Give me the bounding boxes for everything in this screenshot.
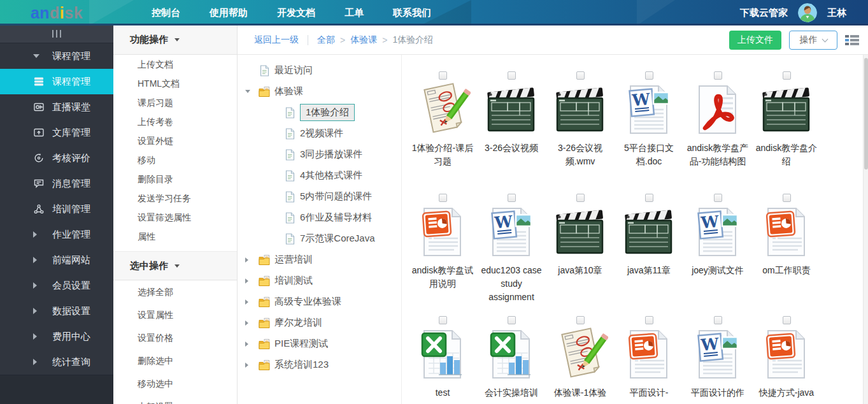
file-item[interactable]: andisk教学盘产品-功能结构图 [683, 71, 752, 194]
file-item[interactable]: java第11章 [615, 194, 683, 316]
sidebar-item-8[interactable]: 前端网站 [0, 247, 113, 273]
file-item[interactable]: W平面设计的作 [683, 316, 752, 404]
file-checkbox[interactable] [783, 316, 791, 324]
tree-node[interactable]: 高级专业体验课 [238, 291, 401, 312]
file-item[interactable]: W5平台接口文档.doc [615, 71, 683, 194]
tree-node[interactable]: 6作业及辅导材料 [238, 207, 401, 228]
sidebar-collapse-button[interactable] [0, 25, 113, 43]
tree-node[interactable]: 5内带问题的课件 [238, 186, 401, 207]
file-item[interactable]: andisk教学盘介绍 [752, 71, 821, 194]
upload-file-button[interactable]: 上传文件 [729, 31, 781, 50]
file-item[interactable]: om工作职责 [752, 194, 821, 316]
ops-item[interactable]: 删除目录 [113, 170, 237, 189]
file-checkbox[interactable] [645, 71, 653, 80]
user-avatar-icon[interactable] [798, 3, 817, 22]
tree-node[interactable]: 2视频课件 [238, 123, 401, 144]
file-checkbox[interactable] [645, 316, 653, 324]
download-cloud-manager-link[interactable]: 下载云管家 [740, 7, 788, 19]
app-logo[interactable]: andisk [0, 1, 113, 25]
ops-item[interactable]: 设置属性 [113, 303, 237, 326]
file-item[interactable]: 会计实操培训 [477, 316, 546, 404]
file-item[interactable]: 1体验介绍-课后习题 [408, 71, 477, 194]
file-checkbox[interactable] [714, 194, 722, 202]
file-checkbox[interactable] [783, 194, 791, 202]
file-checkbox[interactable] [508, 71, 516, 80]
file-checkbox[interactable] [645, 194, 653, 202]
sidebar-item-7[interactable]: 作业管理 [0, 222, 113, 247]
caret-right-icon[interactable] [245, 299, 258, 305]
scrollbar-thumb[interactable] [864, 58, 868, 170]
ops-item[interactable]: 设置外链 [113, 131, 237, 150]
file-item[interactable]: java第10章 [546, 194, 615, 316]
caret-right-icon[interactable] [245, 363, 258, 368]
sidebar-item-1[interactable]: 课程管理 [0, 69, 113, 94]
sidebar-item-9[interactable]: 会员设置 [0, 273, 113, 298]
file-item[interactable]: 3-26会议视频 [477, 71, 546, 194]
ops-item[interactable]: 设置筛选属性 [113, 208, 237, 227]
list-view-icon[interactable] [845, 34, 859, 46]
file-checkbox[interactable] [439, 71, 447, 80]
tree-node[interactable]: 运营培训 [238, 249, 401, 270]
file-checkbox[interactable] [576, 194, 585, 202]
ops-item[interactable]: 发送学习任务 [113, 189, 237, 208]
file-item[interactable]: Wjoey测试文件 [683, 194, 752, 316]
ops-item[interactable]: 上架设置 [113, 395, 237, 404]
topbar-nav-item-1[interactable]: 使用帮助 [199, 0, 258, 25]
file-item[interactable]: 3-26会议视频.wmv [546, 71, 615, 194]
tree-node[interactable]: 系统培训123 [238, 354, 401, 375]
tree-node[interactable]: 培训测试 [238, 270, 401, 291]
caret-right-icon[interactable] [245, 342, 258, 347]
ops-section-header-1[interactable]: 选中操作 [113, 251, 237, 280]
sidebar-item-2[interactable]: 直播课堂 [0, 94, 113, 120]
sidebar-item-6[interactable]: 培训管理 [0, 196, 113, 222]
ops-item[interactable]: 课后习题 [113, 93, 237, 112]
sidebar-item-10[interactable]: 数据设置 [0, 298, 113, 324]
ops-item[interactable]: 删除选中 [113, 349, 237, 372]
sidebar-item-12[interactable]: 统计查询 [0, 349, 113, 375]
file-item[interactable]: 平面设计- [615, 316, 683, 404]
ops-item[interactable]: 上传考卷 [113, 112, 237, 131]
file-item[interactable]: 体验课-1体验 [546, 316, 615, 404]
tree-node[interactable]: PIE课程测试 [238, 333, 401, 354]
file-item[interactable]: Weduc1203 case study assignment [477, 194, 546, 316]
tree-node[interactable]: 摩尔龙培训 [238, 312, 401, 333]
file-checkbox[interactable] [714, 316, 722, 324]
file-checkbox[interactable] [576, 316, 585, 324]
ops-item[interactable]: 上传文档 [113, 55, 237, 74]
file-checkbox[interactable] [439, 194, 447, 202]
caret-right-icon[interactable] [245, 321, 258, 326]
ops-section-header-0[interactable]: 功能操作 [113, 25, 237, 55]
file-checkbox[interactable] [783, 71, 791, 80]
topbar-nav-item-3[interactable]: 工单 [334, 0, 374, 25]
topbar-nav-item-2[interactable]: 开发文档 [267, 0, 325, 25]
sidebar-item-5[interactable]: 消息管理 [0, 171, 113, 196]
topbar-nav-item-4[interactable]: 联系我们 [383, 0, 441, 25]
ops-item[interactable]: 设置价格 [113, 326, 237, 349]
file-checkbox[interactable] [714, 71, 722, 80]
file-item[interactable]: andisk教学盘试用说明 [408, 194, 477, 316]
caret-right-icon[interactable] [245, 278, 258, 284]
ops-item[interactable]: 移动选中 [113, 372, 237, 395]
ops-item[interactable]: 移动 [113, 150, 237, 170]
username[interactable]: 王林 [827, 7, 846, 19]
action-dropdown-button[interactable]: 操作 [789, 31, 837, 50]
tree-node[interactable]: 3同步播放课件 [238, 144, 401, 165]
sidebar-item-0[interactable]: 课程管理 [0, 43, 113, 69]
file-checkbox[interactable] [508, 194, 516, 202]
caret-down-icon[interactable] [245, 90, 258, 93]
breadcrumb-item-0[interactable]: 全部 [317, 34, 335, 46]
tree-node[interactable]: 最近访问 [238, 60, 401, 81]
ops-item[interactable]: 选择全部 [113, 280, 237, 303]
back-up-level-link[interactable]: 返回上一级 [254, 34, 299, 46]
sidebar-item-11[interactable]: 费用中心 [0, 324, 113, 349]
sidebar-item-4[interactable]: 考核评价 [0, 145, 113, 171]
breadcrumb-item-1[interactable]: 体验课 [350, 34, 377, 46]
file-item[interactable]: test [408, 316, 477, 404]
file-item[interactable]: 快捷方式-java [752, 316, 821, 404]
file-checkbox[interactable] [439, 316, 447, 324]
tree-node[interactable]: 4其他格式课件 [238, 165, 401, 186]
file-checkbox[interactable] [508, 316, 516, 324]
topbar-nav-item-0[interactable]: 控制台 [141, 0, 190, 25]
ops-item[interactable]: HTML文档 [113, 74, 237, 93]
tree-node[interactable]: 1体验介绍 [238, 102, 401, 123]
